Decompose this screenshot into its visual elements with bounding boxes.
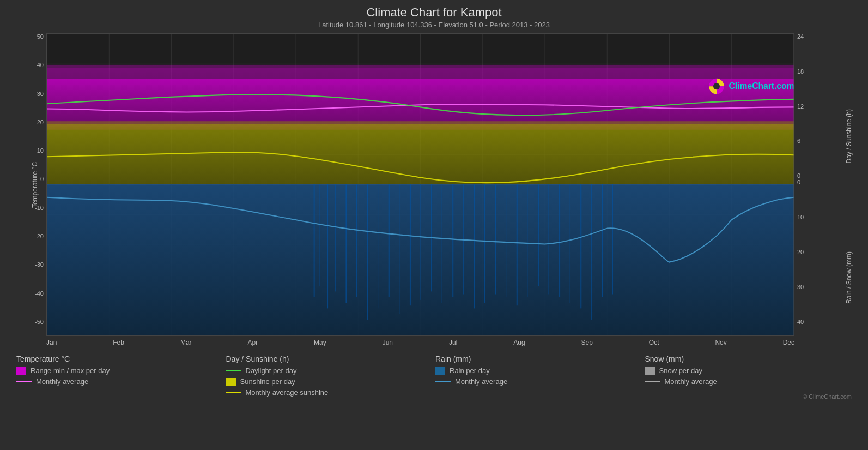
y-tick-left: 50 [37, 33, 44, 40]
svg-rect-44 [474, 184, 475, 308]
legend-snow: Snow (mm) Snow per day Monthly average ©… [645, 355, 852, 401]
svg-rect-34 [367, 184, 368, 320]
legend-snow-avg-label: Monthly average [665, 377, 717, 386]
x-tick-jul: Jul [449, 339, 457, 346]
legend-rain-label: Rain per day [450, 367, 490, 375]
temp-avg-line [16, 381, 32, 382]
y-tick-right-rain: 0 [797, 179, 841, 185]
y-tick-left: 10 [37, 147, 44, 154]
main-chart: ClimeChart.com ClimeChart.com [46, 33, 794, 336]
x-tick-dec: Dec [783, 339, 794, 346]
y-tick-right-rain: 20 [797, 249, 841, 255]
legend-daylight-label: Daylight per day [246, 367, 297, 375]
svg-rect-39 [421, 184, 421, 300]
y-tick-right-rain: 40 [797, 319, 841, 325]
rain-swatch [435, 367, 445, 375]
y-tick-left: 30 [37, 91, 44, 97]
legend-temp-avg-label: Monthly average [36, 377, 88, 386]
x-tick-oct: Oct [649, 339, 659, 346]
legend-rain-title: Rain (mm) [435, 355, 642, 363]
y-tick-right-rain: 10 [797, 214, 841, 220]
legend-rain-avg-label: Monthly average [455, 377, 507, 386]
x-tick-jan: Jan [46, 339, 57, 346]
y-axis-right-sunshine-label: Day / Sunshine (h) [845, 109, 853, 163]
y-tick-right-sunshine: 0 [797, 172, 841, 179]
legend-temp-range: Range min / max per day [16, 367, 223, 375]
svg-rect-28 [314, 184, 315, 297]
y-tick-left: -40 [35, 290, 44, 297]
legend-sunshine-title: Day / Sunshine (h) [226, 355, 433, 363]
svg-rect-53 [570, 184, 570, 303]
svg-rect-52 [559, 184, 560, 297]
svg-rect-50 [538, 184, 539, 286]
legend-daylight: Daylight per day [226, 367, 433, 375]
legend-rain-swatch: Rain per day [435, 367, 642, 375]
svg-rect-55 [591, 184, 592, 320]
snow-avg-line [645, 381, 660, 382]
svg-rect-30 [327, 184, 328, 308]
svg-rect-24 [47, 65, 794, 127]
temp-range-swatch [16, 367, 26, 375]
y-tick-right-sunshine: 12 [797, 103, 841, 110]
svg-rect-48 [517, 184, 518, 305]
svg-rect-37 [399, 184, 399, 314]
svg-rect-54 [580, 184, 581, 308]
svg-rect-42 [452, 184, 453, 297]
svg-rect-41 [442, 184, 442, 303]
svg-rect-51 [549, 184, 549, 295]
x-tick-nov: Nov [715, 339, 726, 346]
legend-sunshine-avg-label: Monthly average sunshine [246, 388, 329, 397]
svg-rect-38 [410, 184, 411, 305]
legend-sunshine-swatch: Sunshine per day [226, 377, 433, 386]
svg-text:ClimeChart.com: ClimeChart.com [729, 81, 794, 91]
y-tick-left: -20 [35, 233, 44, 239]
y-tick-left: 20 [37, 119, 44, 125]
chart-title: Climate Chart for Kampot [366, 5, 501, 20]
sunshine-swatch [226, 378, 236, 386]
svg-rect-49 [527, 184, 527, 297]
y-tick-left: 0 [40, 176, 44, 182]
svg-rect-45 [484, 184, 485, 303]
y-tick-right-rain: 30 [797, 284, 841, 290]
x-tick-aug: Aug [513, 339, 525, 346]
sunshine-avg-line [226, 392, 241, 393]
legend-rain-avg: Monthly average [435, 377, 642, 386]
svg-rect-56 [602, 184, 603, 297]
legend-sunshine-label: Sunshine per day [240, 377, 295, 386]
x-tick-feb: Feb [113, 339, 124, 346]
svg-rect-32 [345, 184, 347, 303]
y-tick-right-sunshine: 18 [797, 68, 841, 75]
y-tick-right-sunshine: 6 [797, 137, 841, 144]
legend-snow-swatch: Snow per day [645, 367, 852, 375]
y-axis-right-rain-label: Rain / Snow (mm) [845, 251, 853, 304]
x-tick-mar: Mar [180, 339, 192, 346]
legend-temperature: Temperature °C Range min / max per day M… [16, 355, 223, 401]
x-tick-sep: Sep [581, 339, 593, 346]
svg-rect-35 [378, 184, 378, 308]
svg-rect-33 [356, 184, 357, 297]
svg-rect-46 [495, 184, 496, 295]
x-tick-may: May [314, 339, 326, 346]
svg-rect-36 [389, 184, 390, 297]
y-tick-right-sunshine: 24 [797, 33, 841, 40]
svg-point-59 [713, 83, 720, 89]
legend-sunshine-avg: Monthly average sunshine [226, 388, 433, 397]
y-tick-left: -50 [35, 319, 44, 325]
chart-subtitle: Latitude 10.861 - Longitude 104.336 - El… [318, 21, 550, 29]
y-tick-left: 40 [37, 62, 44, 68]
legend-snow-label: Snow per day [659, 367, 703, 375]
legend-snow-avg: Monthly average [645, 377, 852, 386]
legend-temp-avg: Monthly average [16, 377, 223, 386]
svg-rect-26 [47, 121, 794, 124]
snow-swatch [645, 367, 655, 375]
svg-rect-57 [612, 184, 613, 295]
y-axis-left-label: Temperature °C [31, 161, 39, 207]
svg-rect-47 [506, 184, 506, 297]
legend-rain: Rain (mm) Rain per day Monthly average [435, 355, 642, 401]
x-tick-jun: Jun [383, 339, 393, 346]
svg-rect-31 [335, 184, 336, 291]
legend-temp-range-label: Range min / max per day [31, 367, 110, 375]
daylight-line [226, 370, 241, 371]
legend-temp-title: Temperature °C [16, 355, 223, 363]
rain-avg-line [435, 381, 451, 382]
